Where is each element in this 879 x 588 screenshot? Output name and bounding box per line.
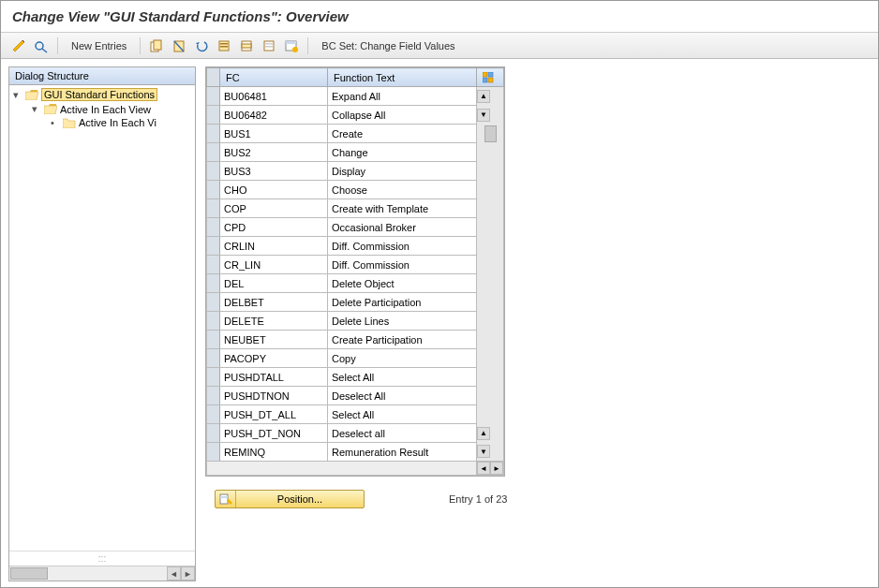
cell-fc[interactable]: DEL <box>220 274 328 293</box>
cell-function-text[interactable]: Deselect All <box>328 387 477 405</box>
cell-function-text[interactable]: Change <box>328 143 477 162</box>
cell-function-text[interactable]: Copy <box>328 349 477 368</box>
position-button[interactable]: Position... <box>215 490 365 508</box>
row-selector[interactable] <box>207 125 220 143</box>
table-row[interactable]: CR_LIN Diff. Commission <box>207 256 504 274</box>
deselect-all-icon[interactable] <box>261 37 277 54</box>
table-row[interactable]: BUS3Display <box>207 162 504 181</box>
tree-node[interactable]: •Active In Each Vi <box>9 116 195 129</box>
other-view-icon[interactable] <box>33 37 50 54</box>
undo-icon[interactable] <box>193 37 210 54</box>
scroll-left-icon[interactable]: ◄ <box>167 566 181 581</box>
cell-fc[interactable]: PUSHDTALL <box>220 368 328 387</box>
cell-function-text[interactable]: Create <box>328 125 477 143</box>
cell-fc[interactable]: BUS2 <box>220 143 328 162</box>
cell-fc[interactable]: CR_LIN <box>220 256 328 274</box>
corner-cell[interactable] <box>207 68 220 87</box>
table-row[interactable]: PUSH_DT_ALLSelect All <box>207 405 504 424</box>
table-row[interactable]: DELDelete Object <box>207 274 504 293</box>
tree-node[interactable]: ▾Active In Each View <box>9 102 195 116</box>
config-icon[interactable] <box>283 37 300 54</box>
cell-fc[interactable]: PUSH_DT_ALL <box>220 405 328 424</box>
cell-function-text[interactable]: Select All <box>328 368 477 387</box>
cell-function-text[interactable]: Remuneration Result <box>328 443 477 462</box>
row-selector[interactable] <box>207 274 220 293</box>
cell-fc[interactable]: REMINQ <box>220 443 328 462</box>
row-selector[interactable] <box>207 237 220 256</box>
row-selector[interactable] <box>207 312 220 331</box>
cell-function-text[interactable]: Select All <box>328 405 477 424</box>
select-block-icon[interactable] <box>238 37 255 54</box>
scroll-up-icon[interactable]: ▲ <box>477 427 490 440</box>
row-selector[interactable] <box>207 162 220 181</box>
table-hscroll[interactable]: ◄ ► <box>207 462 504 476</box>
row-selector[interactable] <box>207 143 220 162</box>
scroll-thumb[interactable] <box>484 125 497 142</box>
row-selector[interactable] <box>207 181 220 199</box>
row-selector[interactable] <box>207 349 220 368</box>
expand-icon[interactable]: • <box>51 117 60 128</box>
table-row[interactable]: PUSHDTALLSelect All <box>207 368 504 387</box>
table-row[interactable]: BU06481Expand All▲ <box>207 87 504 106</box>
table-config-button[interactable] <box>477 68 504 87</box>
cell-function-text[interactable]: Diff. Commission <box>328 256 477 274</box>
table-row[interactable]: NEUBETCreate Participation <box>207 331 504 349</box>
cell-fc[interactable]: BUS1 <box>220 125 328 143</box>
bc-set-button[interactable]: BC Set: Change Field Values <box>316 38 460 53</box>
col-header-function-text[interactable]: Function Text <box>328 68 477 87</box>
table-row[interactable]: PUSH_DT_NONDeselect all▲ <box>207 424 504 443</box>
table-row[interactable]: BU06482Collapse All▼ <box>207 106 504 125</box>
row-selector[interactable] <box>207 256 220 274</box>
table-row[interactable]: PACOPYCopy <box>207 349 504 368</box>
cell-fc[interactable]: CRLIN <box>220 237 328 256</box>
cell-fc[interactable]: BU06481 <box>220 87 328 106</box>
row-selector[interactable] <box>207 443 220 462</box>
scroll-down-icon[interactable]: ▼ <box>477 109 490 122</box>
cell-fc[interactable]: PACOPY <box>220 349 328 368</box>
cell-function-text[interactable]: Choose <box>328 181 477 199</box>
cell-fc[interactable]: BU06482 <box>220 106 328 125</box>
tree-hscroll[interactable]: ◄ ► <box>9 566 195 581</box>
table-row[interactable]: DELETEDelete Lines <box>207 312 504 331</box>
table-row[interactable]: CPDOccasional Broker <box>207 218 504 237</box>
cell-function-text[interactable]: Delete Object <box>328 274 477 293</box>
table-row[interactable]: COPCreate with Template <box>207 199 504 218</box>
cell-fc[interactable]: BUS3 <box>220 162 328 181</box>
cell-fc[interactable]: COP <box>220 199 328 218</box>
cell-fc[interactable]: CHO <box>220 181 328 199</box>
select-all-icon[interactable] <box>216 37 232 54</box>
cell-fc[interactable]: DELBET <box>220 293 328 312</box>
expand-icon[interactable]: ▾ <box>13 89 22 101</box>
cell-function-text[interactable]: Diff. Commission <box>328 237 477 256</box>
scroll-right-icon[interactable]: ► <box>181 566 195 581</box>
cell-function-text[interactable]: Create with Template <box>328 199 477 218</box>
row-selector[interactable] <box>207 218 220 237</box>
cell-fc[interactable]: PUSH_DT_NON <box>220 424 328 443</box>
row-selector[interactable] <box>207 424 220 443</box>
row-selector[interactable] <box>207 293 220 312</box>
row-selector[interactable] <box>207 405 220 424</box>
table-row[interactable]: CRLIN Diff. Commission <box>207 237 504 256</box>
table-row[interactable]: PUSHDTNONDeselect All <box>207 387 504 405</box>
row-selector[interactable] <box>207 199 220 218</box>
cell-function-text[interactable]: Expand All <box>328 87 477 106</box>
cell-function-text[interactable]: Occasional Broker <box>328 218 477 237</box>
scroll-right-icon[interactable]: ► <box>490 462 503 475</box>
cell-fc[interactable]: PUSHDTNON <box>220 387 328 405</box>
row-selector[interactable] <box>207 106 220 125</box>
expand-icon[interactable]: ▾ <box>32 103 41 115</box>
row-selector[interactable] <box>207 87 220 106</box>
copy-as-icon[interactable] <box>148 37 165 54</box>
scroll-left-icon[interactable]: ◄ <box>477 462 490 475</box>
tree-node[interactable]: ▾GUI Standard Functions <box>9 87 195 102</box>
cell-fc[interactable]: NEUBET <box>220 331 328 349</box>
delete-icon[interactable] <box>171 37 187 54</box>
cell-function-text[interactable]: Collapse All <box>328 106 477 125</box>
table-row[interactable]: DELBETDelete Participation <box>207 293 504 312</box>
row-selector[interactable] <box>207 331 220 349</box>
cell-function-text[interactable]: Create Participation <box>328 331 477 349</box>
scroll-thumb[interactable] <box>10 567 48 580</box>
table-row[interactable]: BUS2Change <box>207 143 504 162</box>
resize-handle[interactable]: ::: <box>9 551 195 566</box>
cell-fc[interactable]: DELETE <box>220 312 328 331</box>
